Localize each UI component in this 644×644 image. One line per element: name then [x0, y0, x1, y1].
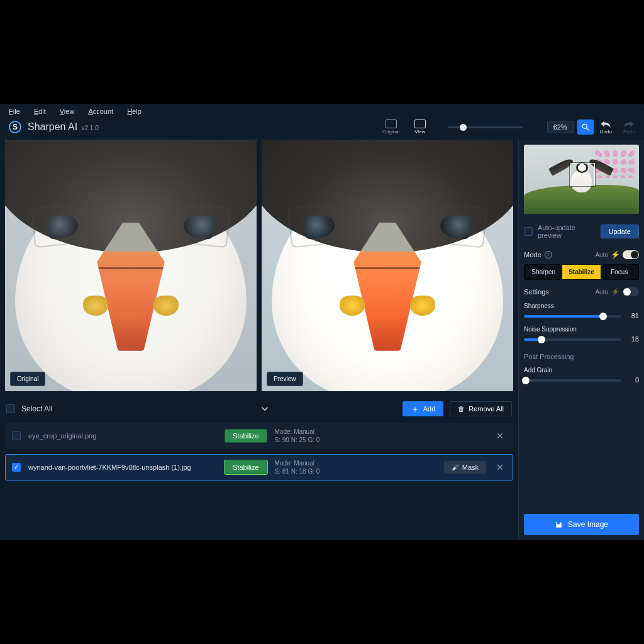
view-split-button[interactable]: View	[411, 119, 429, 135]
zoom-slider[interactable]	[448, 126, 523, 128]
zoom-percent[interactable]: 62%	[547, 121, 574, 133]
sharpness-label: Sharpness	[524, 303, 554, 309]
mode-tab-stabilize[interactable]: Stabilize	[562, 265, 600, 279]
image-icon	[386, 119, 397, 128]
mode-tab-focus[interactable]: Focus	[601, 265, 638, 279]
file-row[interactable]: eye_crop_original.png Stabilize Mode: Ma…	[5, 423, 513, 449]
file-remove-button[interactable]: ✕	[494, 431, 506, 441]
preview-processed-pane[interactable]: Preview	[262, 140, 513, 391]
sharpness-slider-thumb[interactable]	[599, 313, 607, 320]
file-mode-badge: Stabilize	[225, 460, 267, 474]
auto-update-checkbox[interactable]	[524, 227, 533, 236]
redo-icon	[623, 119, 635, 128]
chevron-down-icon[interactable]	[259, 403, 270, 414]
bolt-icon: ⚡	[611, 287, 620, 296]
auto-update-label: Auto-update preview	[538, 224, 596, 239]
settings-auto-label: Auto	[595, 289, 608, 296]
thumbnail-navigator[interactable]	[524, 145, 639, 214]
update-preview-button[interactable]: Update	[601, 225, 639, 238]
view-original-button[interactable]: Original	[382, 119, 400, 135]
preview-processed-label: Preview	[267, 372, 303, 386]
bolt-icon: ⚡	[611, 250, 620, 259]
mode-tab-sharpen[interactable]: Sharpen	[525, 265, 562, 279]
menu-edit[interactable]: Edit	[34, 108, 46, 115]
app-version: v2.1.0	[82, 125, 99, 131]
svg-line-1	[587, 128, 589, 131]
menu-file[interactable]: File	[9, 108, 20, 115]
plus-icon: ＋	[411, 406, 419, 411]
app-title: Sharpen AI	[28, 121, 77, 132]
mask-label: Mask	[462, 464, 479, 471]
add-file-label: Add	[423, 405, 436, 413]
trash-icon: 🗑	[458, 405, 465, 413]
mode-tabs: Sharpen Stabilize Focus	[524, 264, 639, 280]
remove-all-label: Remove All	[469, 405, 504, 413]
preview-original-image	[5, 140, 257, 391]
grain-slider[interactable]	[524, 379, 621, 382]
grain-value: 0	[626, 376, 639, 384]
menu-view[interactable]: View	[60, 108, 75, 115]
undo-label: Undo	[600, 129, 612, 135]
file-remove-button[interactable]: ✕	[494, 462, 506, 472]
file-mode-line: Mode: Manual	[275, 428, 320, 435]
file-meta: Mode: Manual S: 81 N: 18 G: 0	[275, 460, 320, 475]
grain-label: Add Grain	[524, 367, 552, 374]
file-name: eye_crop_original.png	[28, 432, 217, 440]
noise-slider[interactable]	[524, 338, 621, 341]
magnifier-icon	[581, 123, 590, 131]
grain-slider-thumb[interactable]	[522, 377, 530, 384]
split-view-icon	[414, 119, 426, 128]
file-action-bar: Select All ＋ Add 🗑 Remove All	[0, 395, 518, 423]
file-list: eye_crop_original.png Stabilize Mode: Ma…	[0, 423, 518, 486]
file-params-line: S: 81 N: 18 G: 0	[275, 468, 320, 475]
mask-button[interactable]: 🖌 Mask	[444, 461, 486, 474]
save-image-button[interactable]: Save Image	[524, 514, 639, 535]
preview-original-pane[interactable]: Original	[5, 140, 257, 391]
mode-auto-label: Auto	[595, 252, 608, 258]
help-icon[interactable]: ?	[545, 251, 552, 258]
sharpness-value: 81	[626, 312, 639, 319]
preview-area: Original Preview	[0, 140, 518, 391]
sharpness-slider[interactable]	[524, 315, 621, 318]
preview-original-label: Original	[10, 372, 45, 386]
redo-button[interactable]: Redo	[623, 119, 635, 135]
file-mode-line: Mode: Manual	[275, 460, 320, 467]
settings-sidebar: Auto-update preview Update Mode ? Auto ⚡…	[518, 140, 644, 540]
redo-label: Redo	[623, 129, 635, 135]
brush-icon: 🖌	[452, 464, 458, 471]
noise-label: Noise Suppression	[524, 326, 577, 333]
file-name: wynand-van-poortvliet-7KKMF9v0tlc-unspla…	[28, 464, 217, 471]
noise-value: 18	[626, 335, 639, 343]
view-split-label: View	[414, 129, 425, 135]
navigator-viewport[interactable]	[570, 163, 595, 186]
svg-point-0	[582, 124, 587, 128]
menu-account[interactable]: Account	[88, 108, 113, 115]
save-image-label: Save Image	[568, 520, 608, 529]
remove-all-button[interactable]: 🗑 Remove All	[450, 401, 512, 416]
file-checkbox[interactable]	[12, 431, 21, 440]
select-all-checkbox[interactable]	[6, 404, 15, 413]
title-bar: S Sharpen AI v2.1.0 Original View 62%	[0, 117, 644, 140]
menu-bar: File Edit View Account Help	[0, 104, 644, 117]
mode-auto-toggle[interactable]	[623, 250, 639, 259]
file-meta: Mode: Manual S: 90 N: 25 G: 0	[275, 428, 320, 443]
zoom-fit-button[interactable]	[577, 119, 594, 135]
zoom-slider-thumb[interactable]	[460, 124, 467, 131]
undo-icon	[600, 119, 611, 128]
add-file-button[interactable]: ＋ Add	[402, 401, 444, 416]
undo-button[interactable]: Undo	[600, 119, 612, 135]
file-params-line: S: 90 N: 25 G: 0	[275, 436, 320, 443]
settings-auto-toggle[interactable]	[623, 287, 639, 296]
view-original-label: Original	[382, 129, 400, 135]
file-row[interactable]: wynand-van-poortvliet-7KKMF9v0tlc-unspla…	[5, 454, 513, 480]
settings-section-label: Settings	[524, 288, 549, 296]
menu-help[interactable]: Help	[127, 108, 142, 115]
noise-slider-thumb[interactable]	[538, 336, 545, 343]
preview-processed-image	[262, 140, 513, 391]
select-all-label: Select All	[21, 404, 52, 413]
file-checkbox[interactable]	[12, 463, 21, 472]
app-logo: S	[9, 121, 21, 133]
mode-section-label: Mode	[524, 251, 541, 258]
file-mode-badge: Stabilize	[225, 429, 267, 443]
view-toggle: Original View	[382, 119, 429, 135]
